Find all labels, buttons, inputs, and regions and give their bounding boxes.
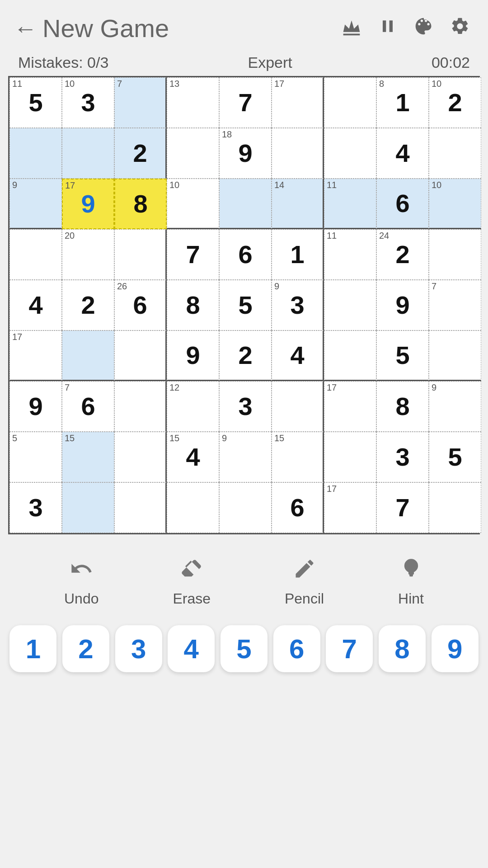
numpad-btn-7[interactable]: 7	[326, 625, 373, 672]
numpad-btn-8[interactable]: 8	[379, 625, 426, 672]
cell-r0-c5[interactable]: 17	[272, 77, 324, 128]
cell-r6-c3[interactable]: 12	[167, 381, 219, 432]
numpad-btn-3[interactable]: 3	[115, 625, 162, 672]
cell-r6-c4[interactable]: 3	[219, 381, 272, 432]
cell-r3-c5[interactable]: 1	[272, 229, 324, 280]
cell-r4-c4[interactable]: 5	[219, 280, 272, 330]
palette-icon[interactable]	[414, 16, 434, 41]
cell-r5-c5[interactable]: 4	[272, 330, 324, 381]
cell-r3-c1[interactable]: 20	[62, 229, 114, 280]
cell-r3-c2[interactable]	[114, 229, 167, 280]
cell-r8-c6[interactable]: 17	[324, 482, 376, 533]
cell-r6-c1[interactable]: 76	[62, 381, 114, 432]
cell-r7-c7[interactable]: 3	[376, 432, 429, 482]
cell-r1-c2[interactable]: 2	[114, 128, 167, 179]
cell-r0-c4[interactable]: 7	[219, 77, 272, 128]
numpad-btn-2[interactable]: 2	[62, 625, 109, 672]
cell-r5-c4[interactable]: 2	[219, 330, 272, 381]
cell-r3-c4[interactable]: 6	[219, 229, 272, 280]
cell-r2-c6[interactable]: 11	[324, 179, 376, 229]
crown-icon[interactable]	[342, 16, 361, 41]
cell-r2-c5[interactable]: 14	[272, 179, 324, 229]
cell-r2-c2[interactable]: 8	[114, 179, 167, 229]
cell-r5-c2[interactable]	[114, 330, 167, 381]
pause-icon[interactable]	[378, 16, 398, 41]
cell-r5-c1[interactable]	[62, 330, 114, 381]
cell-r1-c7[interactable]: 4	[376, 128, 429, 179]
cell-r0-c0[interactable]: 115	[9, 77, 62, 128]
cell-r6-c5[interactable]	[272, 381, 324, 432]
cell-r2-c3[interactable]: 10	[167, 179, 219, 229]
cell-r3-c8[interactable]	[429, 229, 481, 280]
cell-r4-c1[interactable]: 2	[62, 280, 114, 330]
hint-button[interactable]: Hint	[398, 557, 424, 607]
cell-r8-c4[interactable]	[219, 482, 272, 533]
cell-r5-c6[interactable]	[324, 330, 376, 381]
cell-r0-c2[interactable]: 7	[114, 77, 167, 128]
cell-r8-c5[interactable]: 6	[272, 482, 324, 533]
cell-r3-c3[interactable]: 7	[167, 229, 219, 280]
cell-r8-c3[interactable]	[167, 482, 219, 533]
undo-button[interactable]: Undo	[64, 557, 99, 607]
cell-r7-c8[interactable]: 5	[429, 432, 481, 482]
cell-r2-c1[interactable]: 179	[62, 179, 114, 229]
cell-r8-c1[interactable]	[62, 482, 114, 533]
numpad-btn-9[interactable]: 9	[432, 625, 479, 672]
cell-r6-c7[interactable]: 8	[376, 381, 429, 432]
cell-r8-c0[interactable]: 3	[9, 482, 62, 533]
back-button[interactable]: ← New Game	[14, 14, 169, 43]
cell-r6-c0[interactable]: 9	[9, 381, 62, 432]
cell-r4-c6[interactable]	[324, 280, 376, 330]
cell-r4-c5[interactable]: 93	[272, 280, 324, 330]
cell-r6-c8[interactable]: 9	[429, 381, 481, 432]
cell-r8-c7[interactable]: 7	[376, 482, 429, 533]
cell-r0-c1[interactable]: 103	[62, 77, 114, 128]
cell-r7-c1[interactable]: 15	[62, 432, 114, 482]
cell-r1-c8[interactable]	[429, 128, 481, 179]
cell-r5-c8[interactable]	[429, 330, 481, 381]
numpad-btn-1[interactable]: 1	[9, 625, 56, 672]
cell-r1-c0[interactable]	[9, 128, 62, 179]
pencil-button[interactable]: Pencil	[285, 557, 324, 607]
cell-r2-c7[interactable]: 6	[376, 179, 429, 229]
cell-r3-c0[interactable]	[9, 229, 62, 280]
cell-r5-c7[interactable]: 5	[376, 330, 429, 381]
cell-r3-c7[interactable]: 242	[376, 229, 429, 280]
cell-r4-c3[interactable]: 8	[167, 280, 219, 330]
cell-r1-c1[interactable]	[62, 128, 114, 179]
cell-r2-c0[interactable]: 9	[9, 179, 62, 229]
cell-r0-c7[interactable]: 81	[376, 77, 429, 128]
cell-r1-c6[interactable]	[324, 128, 376, 179]
erase-button[interactable]: Erase	[173, 557, 211, 607]
cell-r5-c0[interactable]: 17	[9, 330, 62, 381]
numpad-btn-4[interactable]: 4	[168, 625, 215, 672]
cell-r8-c8[interactable]	[429, 482, 481, 533]
cell-r2-c4[interactable]	[219, 179, 272, 229]
cell-r6-c6[interactable]: 17	[324, 381, 376, 432]
cell-r7-c3[interactable]: 154	[167, 432, 219, 482]
cell-r8-c2[interactable]	[114, 482, 167, 533]
cell-r4-c7[interactable]: 9	[376, 280, 429, 330]
cell-r0-c8[interactable]: 102	[429, 77, 481, 128]
cell-r2-c8[interactable]: 10	[429, 179, 481, 229]
cell-r7-c6[interactable]	[324, 432, 376, 482]
settings-icon[interactable]	[450, 16, 470, 41]
cell-r4-c8[interactable]: 7	[429, 280, 481, 330]
cell-value: 2	[395, 242, 409, 267]
cell-r6-c2[interactable]	[114, 381, 167, 432]
cell-r1-c5[interactable]	[272, 128, 324, 179]
cell-r5-c3[interactable]: 9	[167, 330, 219, 381]
cell-r0-c3[interactable]: 13	[167, 77, 219, 128]
cell-r1-c3[interactable]	[167, 128, 219, 179]
cell-r7-c5[interactable]: 15	[272, 432, 324, 482]
cell-r7-c4[interactable]: 9	[219, 432, 272, 482]
cell-r4-c2[interactable]: 266	[114, 280, 167, 330]
cell-r7-c2[interactable]	[114, 432, 167, 482]
numpad-btn-6[interactable]: 6	[273, 625, 320, 672]
cell-r1-c4[interactable]: 189	[219, 128, 272, 179]
cell-r7-c0[interactable]: 5	[9, 432, 62, 482]
cell-r0-c6[interactable]	[324, 77, 376, 128]
cell-r4-c0[interactable]: 4	[9, 280, 62, 330]
cell-r3-c6[interactable]: 11	[324, 229, 376, 280]
numpad-btn-5[interactable]: 5	[221, 625, 267, 672]
